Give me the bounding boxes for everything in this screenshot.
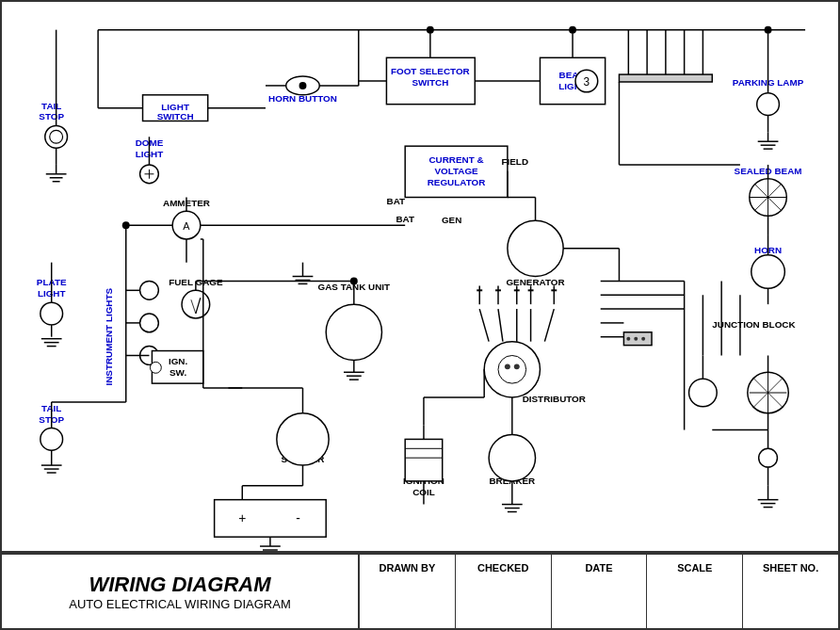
svg-point-183 xyxy=(759,448,778,467)
wiring-diagram-title: WIRING DIAGRAM xyxy=(89,573,270,597)
svg-point-225 xyxy=(122,221,130,229)
svg-text:BAT: BAT xyxy=(396,214,414,224)
svg-rect-159 xyxy=(405,439,443,480)
svg-point-106 xyxy=(326,304,381,360)
svg-point-122 xyxy=(505,363,510,369)
svg-point-112 xyxy=(626,337,630,341)
diagram-area: TAIL STOP DOME LIGHT LIGHT SWITCH xyxy=(2,2,838,553)
svg-text:CURRENT &: CURRENT & xyxy=(428,154,483,165)
svg-text:SW.: SW. xyxy=(170,367,186,378)
svg-point-48 xyxy=(757,93,780,116)
drawn-by-label: DRAWN BY xyxy=(379,562,435,573)
sheet-no-field: SHEET NO. xyxy=(743,555,838,628)
svg-point-121 xyxy=(498,355,526,383)
svg-text:TAIL: TAIL xyxy=(41,101,61,111)
svg-text:GENERATOR: GENERATOR xyxy=(506,277,564,287)
title-fields: DRAWN BY CHECKED DATE SCALE SHEET NO. xyxy=(360,555,838,628)
svg-point-91 xyxy=(40,302,63,325)
sheet-no-label: SHEET NO. xyxy=(763,562,818,573)
svg-point-114 xyxy=(641,337,645,341)
svg-text:VOLTAGE: VOLTAGE xyxy=(434,166,478,176)
svg-rect-171 xyxy=(215,500,327,538)
checked-label: CHECKED xyxy=(477,562,528,573)
svg-text:IGN.: IGN. xyxy=(169,356,188,366)
svg-text:SWITCH: SWITCH xyxy=(157,111,194,121)
svg-point-99 xyxy=(140,314,159,332)
title-main: WIRING DIAGRAM AUTO ELECTRICAL WIRING DI… xyxy=(2,555,360,628)
svg-point-226 xyxy=(299,82,307,89)
wiring-diagram-subtitle: AUTO ELECTRICAL WIRING DIAGRAM xyxy=(69,597,290,611)
svg-text:GEN: GEN xyxy=(442,215,461,225)
svg-point-123 xyxy=(514,363,520,369)
svg-point-113 xyxy=(634,337,638,341)
svg-text:INSTRUMENT LIGHTS: INSTRUMENT LIGHTS xyxy=(104,287,114,385)
svg-point-223 xyxy=(569,26,576,34)
scale-label: SCALE xyxy=(677,562,712,573)
main-container: TAIL STOP DOME LIGHT LIGHT SWITCH xyxy=(0,0,840,630)
svg-text:STOP: STOP xyxy=(39,111,64,121)
svg-text:FOOT SELECTOR: FOOT SELECTOR xyxy=(391,66,470,76)
svg-point-154 xyxy=(277,413,329,465)
checked-field: CHECKED xyxy=(456,555,552,628)
date-field: DATE xyxy=(552,555,648,628)
svg-point-118 xyxy=(150,362,161,373)
svg-point-165 xyxy=(489,434,535,480)
scale-field: SCALE xyxy=(647,555,743,628)
drawn-by-field: DRAWN BY xyxy=(360,555,456,628)
svg-text:A: A xyxy=(183,220,190,232)
svg-point-64 xyxy=(751,255,785,289)
svg-text:DISTRIBUTOR: DISTRIBUTOR xyxy=(523,394,586,404)
svg-text:BAT: BAT xyxy=(387,196,406,206)
svg-point-77 xyxy=(508,220,563,276)
date-label: DATE xyxy=(585,562,612,573)
svg-text:JUNCTION BLOCK: JUNCTION BLOCK xyxy=(712,319,796,330)
svg-point-222 xyxy=(427,26,434,34)
svg-point-146 xyxy=(40,428,63,451)
svg-text:+: + xyxy=(238,510,246,525)
svg-text:SWITCH: SWITCH xyxy=(412,77,448,88)
svg-rect-46 xyxy=(619,74,712,82)
svg-text:3: 3 xyxy=(584,75,590,89)
svg-point-227 xyxy=(350,277,358,284)
svg-point-224 xyxy=(765,26,772,34)
svg-text:REGULATOR: REGULATOR xyxy=(428,177,486,187)
svg-point-181 xyxy=(689,379,718,407)
title-block: WIRING DIAGRAM AUTO ELECTRICAL WIRING DI… xyxy=(2,553,838,628)
svg-point-102 xyxy=(182,290,210,318)
svg-point-5 xyxy=(50,130,63,143)
svg-point-98 xyxy=(140,281,159,299)
svg-text:-: - xyxy=(296,510,300,525)
svg-text:FIELD: FIELD xyxy=(502,156,529,167)
